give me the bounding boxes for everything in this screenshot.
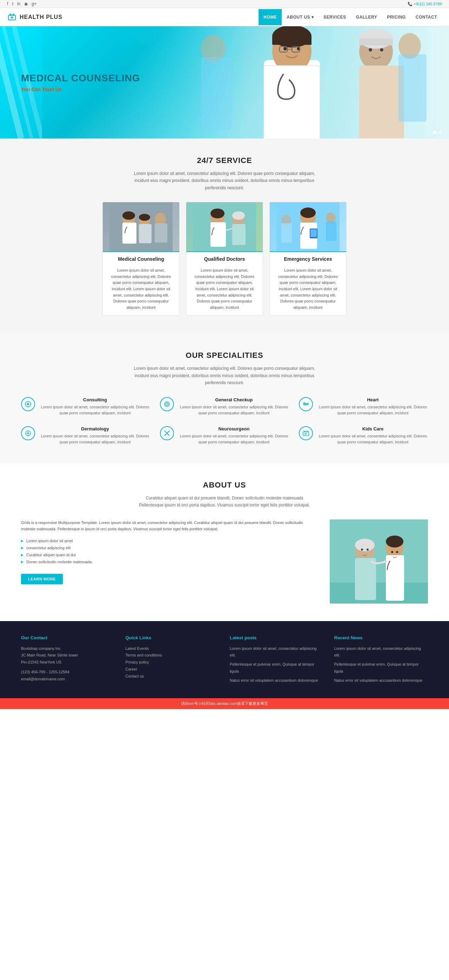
svg-rect-39	[155, 223, 167, 243]
cards-row: Medical Counseling Lorem ipsum dolor sit…	[21, 202, 428, 316]
card-3-image	[270, 202, 346, 251]
card-2-body: Lorem ipsum dolor sit amet, consectetur …	[186, 265, 263, 315]
nav-services[interactable]: SERVICES	[318, 9, 351, 25]
footer-link-events[interactable]: Latest Events	[126, 645, 220, 652]
hero-title: MEDICAL COUNSELING	[21, 73, 140, 84]
spec-heart-body: Lorem ipsum dolor sit amet, consectetur …	[318, 404, 428, 417]
logo-text: HEALTH PLUS	[20, 14, 62, 20]
svg-rect-91	[386, 555, 404, 601]
nav-home[interactable]: HOME	[259, 9, 282, 25]
svg-point-72	[28, 435, 29, 436]
about-list-item-3: Curabitur aliquet quam id dui	[21, 551, 316, 558]
doctors-illustration	[193, 202, 256, 251]
svg-rect-14	[272, 37, 312, 45]
nav-contact[interactable]: CONTACT	[411, 9, 442, 25]
card-1-body: Lorem ipsum dolor sit amet, consectetur …	[103, 265, 179, 315]
top-bar: f t in ◉ g+ 📞 +9(12) 345 6789	[0, 0, 449, 8]
svg-point-34	[122, 212, 135, 220]
footer-posts-heading: Latest posts	[230, 635, 324, 640]
spec-neuro-title: Neurosurgeon	[179, 426, 289, 431]
card-qualified-doctors: Qualified Doctors Lorem ipsum dolor sit …	[186, 202, 263, 316]
svg-point-88	[367, 549, 369, 550]
footer-link-privacy[interactable]: Privacy policy	[126, 659, 220, 666]
linkedin-icon[interactable]: in	[17, 2, 20, 6]
svg-rect-30	[201, 57, 232, 130]
service-title: 24/7 SERVICE	[21, 156, 428, 165]
nav-about[interactable]: ABOUT US ▾	[282, 9, 318, 25]
spec-kids: Kids Care Lorem ipsum dolor sit amet, co…	[299, 426, 428, 445]
svg-rect-83	[330, 582, 428, 604]
spec-kids-title: Kids Care	[318, 426, 428, 431]
footer-link-career[interactable]: Career	[126, 666, 220, 673]
consulting-icon	[21, 397, 35, 411]
about-title: ABOUT US	[21, 480, 428, 490]
card-3-title: Emergency Services	[275, 256, 341, 262]
emergency-illustration	[276, 202, 340, 251]
about-text: Grids is a responsive Multipurpose Templ…	[21, 519, 316, 584]
hero-dot-2[interactable]	[438, 131, 442, 134]
spec-heart: Heart Lorem ipsum dolor sit amet, consec…	[299, 397, 428, 417]
kids-icon	[299, 426, 313, 440]
svg-point-85	[355, 539, 375, 551]
pinterest-icon[interactable]: ◉	[24, 2, 28, 6]
footer-link-contact[interactable]: Contact us	[126, 673, 220, 680]
svg-rect-20	[264, 65, 320, 138]
spec-checkup-title: General Checkup	[179, 397, 289, 402]
svg-point-87	[361, 549, 363, 550]
spec-heart-content: Heart Lorem ipsum dolor sit amet, consec…	[318, 397, 428, 417]
spec-neuro-body: Lorem ipsum dolor sit amet, consectetur …	[179, 433, 289, 445]
heart-icon	[299, 397, 313, 411]
card-1-title: Medical Counseling	[108, 256, 174, 262]
checkup-icon	[160, 397, 174, 411]
footer-address2: Pin-21542 NewYork US	[21, 659, 115, 666]
logo: HEALTH PLUS	[7, 12, 62, 22]
spec-checkup-body: Lorem ipsum dolor sit amet, consectetur …	[179, 404, 289, 417]
footer-post-1: Lorem ipsum dolor sit amet, consectetur …	[230, 645, 324, 659]
promo-text: 访问xm号小社区bbs.xienlao.com获买下载更多网页	[181, 702, 268, 706]
spec-dermatology: Dermatology Lorem ipsum dolor sit amet, …	[21, 426, 150, 445]
logo-icon	[7, 12, 17, 22]
svg-point-15	[283, 47, 287, 51]
svg-rect-78	[304, 431, 305, 432]
spec-consulting-body: Lorem ipsum dolor sit amet, consectetur …	[40, 404, 150, 417]
hero-dot-1[interactable]	[433, 131, 436, 134]
specialities-subtitle: Lorem ipsum dolor sit amet, consectetur …	[133, 365, 316, 386]
twitter-icon[interactable]: t	[12, 2, 13, 6]
footer-quicklinks: Quick Links Latest Events Terms and cond…	[126, 635, 220, 684]
about-section: ABOUT US Curabitur aliquet quam id dui p…	[0, 463, 449, 621]
counseling-illustration	[109, 202, 173, 251]
card-2-image	[186, 202, 263, 251]
svg-point-70	[27, 432, 29, 434]
spec-checkup: General Checkup Lorem ipsum dolor sit am…	[160, 397, 289, 417]
footer-phone: (123) 456-789 - 1255-12584	[21, 669, 115, 676]
footer-post-2: Pellentesque et pulvinar enim. Quisque a…	[230, 661, 324, 675]
footer-news-2: Pellentesque et pulvinar enim. Quisque a…	[334, 661, 428, 675]
svg-rect-55	[326, 221, 336, 241]
svg-rect-53	[310, 229, 317, 237]
hero-dots[interactable]	[433, 131, 442, 134]
svg-point-25	[380, 48, 383, 51]
svg-point-92	[391, 551, 393, 553]
card-2-title: Qualified Doctors	[191, 256, 258, 262]
social-links[interactable]: f t in ◉ g+	[7, 2, 39, 6]
nav-pricing[interactable]: PRICING	[382, 9, 411, 25]
learn-more-button[interactable]: LEARN MORE	[21, 574, 63, 584]
service-section: 24/7 SERVICE Lorem ipsum dolor sit amet,…	[0, 138, 449, 333]
card-medical-counseling: Medical Counseling Lorem ipsum dolor sit…	[102, 202, 180, 316]
footer-news-1: Lorem ipsum dolor sit amet, consectetur …	[334, 645, 428, 659]
footer-address1: JC Main Road, Near Silmle tower	[21, 652, 115, 659]
google-plus-icon[interactable]: g+	[32, 2, 37, 6]
svg-point-93	[396, 551, 398, 553]
specialities-grid: Consulting Lorem ipsum dolor sit amet, c…	[21, 397, 428, 445]
spec-kids-content: Kids Care Lorem ipsum dolor sit amet, co…	[318, 426, 428, 445]
footer-contact-heading: Our Contact	[21, 635, 115, 640]
spec-neuro: Neurosurgeon Lorem ipsum dolor sit amet,…	[160, 426, 289, 445]
footer-link-terms[interactable]: Terms and conditions	[126, 652, 220, 659]
dermatology-icon	[21, 426, 35, 440]
facebook-icon[interactable]: f	[7, 2, 8, 6]
nav-gallery[interactable]: GALLERY	[351, 9, 382, 25]
about-body: Grids is a responsive Multipurpose Templ…	[21, 519, 316, 532]
card-3-body: Lorem ipsum dolor sit amet, consectetur …	[270, 265, 346, 315]
hero-illustration	[112, 26, 449, 138]
footer-news-heading: Recent News	[334, 635, 428, 640]
